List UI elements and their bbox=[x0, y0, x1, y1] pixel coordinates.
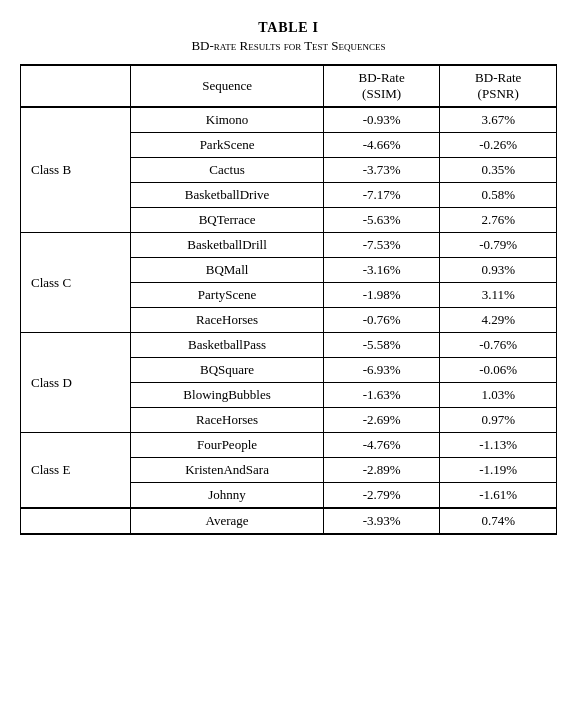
psnr-cell: 0.93% bbox=[440, 258, 557, 283]
psnr-cell: 1.03% bbox=[440, 383, 557, 408]
psnr-cell: -0.79% bbox=[440, 233, 557, 258]
header-class bbox=[21, 65, 131, 107]
sequence-cell: BQTerrace bbox=[131, 208, 324, 233]
average-row: Average-3.93%0.74% bbox=[21, 508, 557, 534]
avg-label: Average bbox=[131, 508, 324, 534]
sequence-cell: PartyScene bbox=[131, 283, 324, 308]
ssim-cell: -2.69% bbox=[323, 408, 440, 433]
sequence-cell: BasketballPass bbox=[131, 333, 324, 358]
ssim-cell: -6.93% bbox=[323, 358, 440, 383]
psnr-cell: -1.61% bbox=[440, 483, 557, 509]
ssim-cell: -3.73% bbox=[323, 158, 440, 183]
avg-empty-class bbox=[21, 508, 131, 534]
sequence-cell: KristenAndSara bbox=[131, 458, 324, 483]
sequence-cell: Kimono bbox=[131, 107, 324, 133]
sequence-cell: BQMall bbox=[131, 258, 324, 283]
table-row: Class EFourPeople-4.76%-1.13% bbox=[21, 433, 557, 458]
psnr-cell: 2.76% bbox=[440, 208, 557, 233]
class-cell: Class E bbox=[21, 433, 131, 509]
table-row: Class BKimono-0.93%3.67% bbox=[21, 107, 557, 133]
sequence-cell: RaceHorses bbox=[131, 308, 324, 333]
table-header-row: Sequence BD-Rate(SSIM) BD-Rate(PSNR) bbox=[21, 65, 557, 107]
psnr-cell: -0.26% bbox=[440, 133, 557, 158]
ssim-cell: -0.76% bbox=[323, 308, 440, 333]
sequence-cell: ParkScene bbox=[131, 133, 324, 158]
ssim-cell: -4.66% bbox=[323, 133, 440, 158]
avg-psnr: 0.74% bbox=[440, 508, 557, 534]
psnr-cell: 0.97% bbox=[440, 408, 557, 433]
ssim-cell: -1.63% bbox=[323, 383, 440, 408]
sequence-cell: RaceHorses bbox=[131, 408, 324, 433]
psnr-cell: 3.67% bbox=[440, 107, 557, 133]
psnr-cell: 4.29% bbox=[440, 308, 557, 333]
ssim-cell: -2.79% bbox=[323, 483, 440, 509]
ssim-cell: -2.89% bbox=[323, 458, 440, 483]
ssim-cell: -5.58% bbox=[323, 333, 440, 358]
ssim-cell: -7.17% bbox=[323, 183, 440, 208]
sequence-cell: Cactus bbox=[131, 158, 324, 183]
sequence-cell: BasketballDrive bbox=[131, 183, 324, 208]
class-cell: Class D bbox=[21, 333, 131, 433]
psnr-cell: 0.58% bbox=[440, 183, 557, 208]
ssim-cell: -1.98% bbox=[323, 283, 440, 308]
results-table: Sequence BD-Rate(SSIM) BD-Rate(PSNR) Cla… bbox=[20, 64, 557, 535]
table-subtitle: BD-rate Results for Test Sequences bbox=[20, 38, 557, 54]
header-sequence: Sequence bbox=[131, 65, 324, 107]
sequence-cell: FourPeople bbox=[131, 433, 324, 458]
avg-ssim: -3.93% bbox=[323, 508, 440, 534]
ssim-cell: -0.93% bbox=[323, 107, 440, 133]
ssim-cell: -3.16% bbox=[323, 258, 440, 283]
psnr-cell: -0.06% bbox=[440, 358, 557, 383]
table-row: Class DBasketballPass-5.58%-0.76% bbox=[21, 333, 557, 358]
header-bdrate-ssim: BD-Rate(SSIM) bbox=[323, 65, 440, 107]
sequence-cell: BQSquare bbox=[131, 358, 324, 383]
sequence-cell: BlowingBubbles bbox=[131, 383, 324, 408]
table-title: TABLE I bbox=[20, 20, 557, 36]
page-container: TABLE I BD-rate Results for Test Sequenc… bbox=[20, 20, 557, 535]
psnr-cell: -1.13% bbox=[440, 433, 557, 458]
class-cell: Class B bbox=[21, 107, 131, 233]
ssim-cell: -5.63% bbox=[323, 208, 440, 233]
table-row: Class CBasketballDrill-7.53%-0.79% bbox=[21, 233, 557, 258]
class-cell: Class C bbox=[21, 233, 131, 333]
psnr-cell: 0.35% bbox=[440, 158, 557, 183]
ssim-cell: -7.53% bbox=[323, 233, 440, 258]
psnr-cell: -0.76% bbox=[440, 333, 557, 358]
ssim-cell: -4.76% bbox=[323, 433, 440, 458]
psnr-cell: -1.19% bbox=[440, 458, 557, 483]
header-bdrate-psnr: BD-Rate(PSNR) bbox=[440, 65, 557, 107]
psnr-cell: 3.11% bbox=[440, 283, 557, 308]
sequence-cell: BasketballDrill bbox=[131, 233, 324, 258]
sequence-cell: Johnny bbox=[131, 483, 324, 509]
